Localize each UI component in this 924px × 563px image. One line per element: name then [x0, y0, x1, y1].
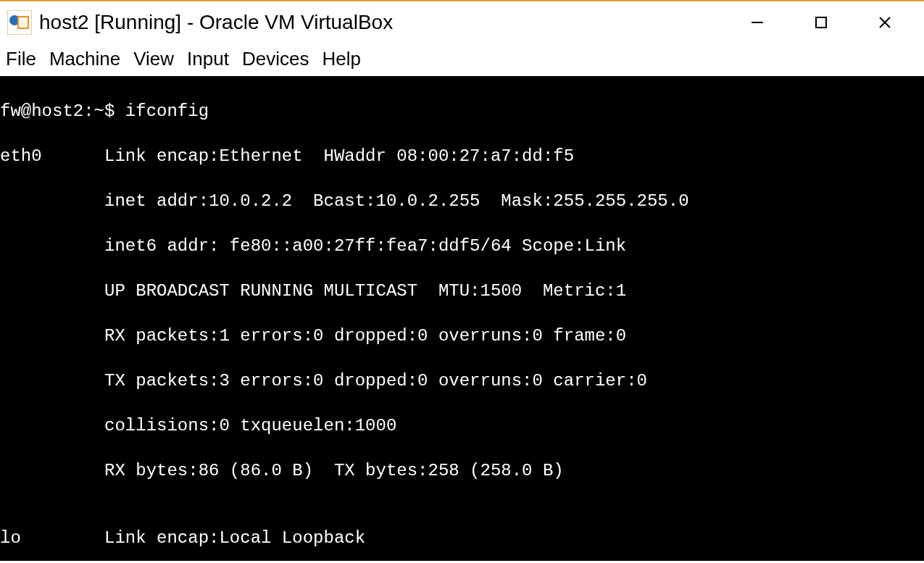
menu-devices[interactable]: Devices [242, 48, 309, 70]
terminal[interactable]: fw@host2:~$ ifconfig eth0 Link encap:Eth… [0, 76, 924, 561]
window-title: host2 [Running] - Oracle VM VirtualBox [39, 11, 743, 34]
terminal-output-line: eth0 Link encap:Ethernet HWaddr 08:00:27… [0, 145, 924, 167]
svg-rect-5 [816, 17, 826, 28]
menu-file[interactable]: File [6, 48, 36, 70]
menu-machine[interactable]: Machine [49, 48, 120, 70]
command: ifconfig [125, 101, 209, 121]
terminal-prompt-line: fw@host2:~$ ifconfig [0, 100, 924, 122]
menu-input[interactable]: Input [187, 48, 229, 70]
maximize-button[interactable] [807, 8, 836, 37]
terminal-output-line: lo Link encap:Local Loopback [0, 527, 924, 549]
close-button[interactable] [870, 8, 899, 37]
terminal-output-line: TX packets:3 errors:0 dropped:0 overruns… [0, 370, 924, 392]
virtualbox-icon [7, 10, 32, 35]
svg-rect-3 [19, 17, 28, 28]
terminal-output-line: RX packets:1 errors:0 dropped:0 overruns… [0, 325, 924, 347]
terminal-output-line: inet addr:10.0.2.2 Bcast:10.0.2.255 Mask… [0, 190, 924, 212]
terminal-output-line: RX bytes:86 (86.0 B) TX bytes:258 (258.0… [0, 459, 924, 482]
minimize-button[interactable] [743, 8, 772, 37]
menu-help[interactable]: Help [322, 48, 360, 70]
menu-view[interactable]: View [133, 48, 174, 70]
menubar: File Machine View Input Devices Help [0, 43, 924, 76]
window-controls [743, 8, 917, 37]
prompt: fw@host2:~$ [0, 101, 125, 121]
terminal-output-line: collisions:0 txqueuelen:1000 [0, 414, 924, 437]
terminal-output-line: UP BROADCAST RUNNING MULTICAST MTU:1500 … [0, 280, 924, 302]
terminal-output-line: inet6 addr: fe80::a00:27ff:fea7:ddf5/64 … [0, 235, 924, 257]
titlebar: host2 [Running] - Oracle VM VirtualBox [0, 1, 924, 43]
